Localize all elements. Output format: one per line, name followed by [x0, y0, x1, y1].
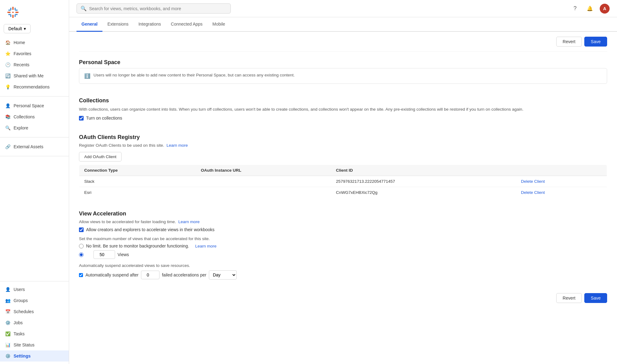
help-icon[interactable]: ?: [570, 4, 580, 14]
table-cell-delete: Delete Client: [516, 176, 607, 187]
sidebar-item-label: Users: [14, 287, 25, 292]
view-acceleration-section: View Acceleration Allow views to be acce…: [79, 206, 607, 280]
oauth-title: OAuth Clients Registry: [79, 129, 607, 141]
notification-icon[interactable]: 🔔: [585, 4, 595, 14]
content-area: Revert Save Personal Space ℹ️ Users will…: [69, 32, 617, 364]
topbar-icons: ? 🔔 A: [570, 4, 610, 14]
tab-integrations[interactable]: Integrations: [134, 17, 166, 32]
sidebar-divider-3: [0, 156, 69, 156]
svg-rect-7: [15, 14, 18, 15]
view-acceleration-title: View Acceleration: [79, 206, 607, 217]
jobs-icon: ⚙️: [5, 320, 10, 325]
oauth-desc-prefix: Register OAuth Clients to be used on thi…: [79, 143, 164, 148]
tab-general[interactable]: General: [77, 17, 102, 32]
collections-title: Collections: [79, 92, 607, 104]
add-oauth-client-button[interactable]: Add OAuth Client: [79, 152, 122, 162]
sidebar-item-label: Settings: [14, 354, 31, 358]
collections-icon: 📚: [5, 114, 10, 120]
sidebar-item-label: Recommendations: [14, 84, 50, 89]
tasks-icon: ✅: [5, 331, 10, 337]
radio-no-limit[interactable]: [79, 244, 84, 248]
sidebar-item-label: Schedules: [14, 309, 34, 314]
bottom-save-button[interactable]: Save: [584, 293, 607, 303]
radio-no-limit-label-prefix: No limit. Be sure to monitor backgrounde…: [86, 243, 189, 248]
sidebar-item-recents[interactable]: 🕐 Recents: [0, 59, 69, 70]
oauth-learn-more-link[interactable]: Learn more: [167, 143, 188, 148]
oauth-table: Connection Type OAuth Instance URL Clien…: [79, 165, 607, 198]
views-number-input[interactable]: 50: [93, 250, 115, 259]
radio-views[interactable]: [79, 252, 84, 257]
auto-suspend-checkbox[interactable]: [79, 273, 83, 277]
bottom-action-bar: Revert Save: [79, 288, 607, 305]
sidebar-item-label: Recents: [14, 62, 29, 67]
explore-icon: 🔍: [5, 125, 10, 131]
no-limit-learn-more-link[interactable]: Learn more: [195, 244, 217, 248]
sidebar-item-favorites[interactable]: ⭐ Favorites: [0, 48, 69, 59]
sidebar-item-shared-with-me[interactable]: 🔄 Shared with Me: [0, 70, 69, 81]
sidebar-item-label: Jobs: [14, 320, 23, 325]
sidebar-item-personal-space[interactable]: 👤 Personal Space: [0, 100, 69, 111]
sidebar-item-groups[interactable]: 👥 Groups: [0, 295, 69, 306]
suspend-period-select[interactable]: Hour Day Week: [209, 270, 237, 280]
search-bar[interactable]: 🔍: [77, 3, 231, 14]
top-revert-button[interactable]: Revert: [556, 37, 582, 47]
shared-icon: 🔄: [5, 73, 10, 79]
users-icon: 👤: [5, 287, 10, 292]
views-input-row: 50 Views: [93, 250, 129, 259]
sidebar-item-home[interactable]: 🏠 Home: [0, 37, 69, 48]
collections-checkbox-row: Turn on collections: [79, 116, 607, 121]
collections-checkbox[interactable]: [79, 116, 84, 121]
view-acceleration-learn-more-link[interactable]: Learn more: [178, 219, 200, 224]
personal-space-notice-text: Users will no longer be able to add new …: [93, 72, 295, 78]
sidebar-item-label: Explore: [14, 125, 28, 130]
site-dropdown[interactable]: Default ▾: [4, 24, 31, 33]
table-header-client-id: Client ID: [331, 165, 516, 176]
sidebar-item-users[interactable]: 👤 Users: [0, 284, 69, 295]
table-row: Slack 257976321713.2222054771457 Delete …: [79, 176, 607, 187]
sidebar-item-settings[interactable]: ⚙️ Settings: [0, 350, 69, 362]
bottom-revert-button[interactable]: Revert: [556, 293, 582, 303]
sidebar-item-label: Collections: [14, 114, 35, 119]
sidebar-item-explore[interactable]: 🔍 Explore: [0, 122, 69, 133]
view-acceleration-desc: Allow views to be accelerated for faster…: [79, 219, 607, 224]
suspend-value-input[interactable]: [141, 271, 159, 279]
top-save-button[interactable]: Save: [584, 37, 607, 47]
sidebar-main-nav: 🏠 Home ⭐ Favorites 🕐 Recents 🔄 Shared wi…: [0, 36, 69, 94]
avatar[interactable]: A: [600, 4, 610, 14]
sidebar-item-tasks[interactable]: ✅ Tasks: [0, 328, 69, 339]
auto-suspend-label: Automatically suspend accelerated views …: [79, 263, 607, 268]
svg-rect-10: [15, 10, 18, 11]
sidebar: Default ▾ 🏠 Home ⭐ Favorites 🕐 Recents 🔄…: [0, 0, 69, 364]
sidebar-item-jobs[interactable]: ⚙️ Jobs: [0, 317, 69, 328]
sidebar-bottom-nav: 👤 Users 👥 Groups 📅 Schedules ⚙️ Jobs ✅ T…: [0, 281, 69, 364]
allow-creators-checkbox[interactable]: [79, 227, 84, 232]
sidebar-item-collections[interactable]: 📚 Collections: [0, 111, 69, 122]
tab-mobile[interactable]: Mobile: [208, 17, 230, 32]
sidebar-item-site-status[interactable]: 📊 Site Status: [0, 339, 69, 350]
sidebar-logo: [0, 0, 69, 24]
delete-client-link-esri[interactable]: Delete Client: [521, 190, 545, 195]
delete-client-link-slack[interactable]: Delete Client: [521, 179, 545, 184]
personal-space-section: Personal Space ℹ️ Users will no longer b…: [79, 54, 607, 84]
sidebar-item-external-assets[interactable]: 🔗 External Assets: [0, 141, 69, 152]
search-input[interactable]: [89, 6, 227, 11]
table-cell-connection-type: Esri: [79, 187, 196, 198]
sidebar-admin-nav: 🔗 External Assets: [0, 140, 69, 153]
oauth-description: Register OAuth Clients to be used on thi…: [79, 143, 607, 148]
radio-no-limit-row: No limit. Be sure to monitor backgrounde…: [79, 243, 607, 248]
suspend-row: Automatically suspend after failed accel…: [79, 270, 607, 280]
sidebar-item-recommendations[interactable]: 💡 Recommendations: [0, 81, 69, 92]
tab-extensions[interactable]: Extensions: [102, 17, 133, 32]
sidebar-item-schedules[interactable]: 📅 Schedules: [0, 306, 69, 317]
table-header-connection-type: Connection Type: [79, 165, 196, 176]
suspend-prefix: Automatically suspend after: [85, 272, 139, 277]
sidebar-divider-2: [0, 137, 69, 137]
table-cell-connection-type: Slack: [79, 176, 196, 187]
clock-icon: 🕐: [5, 62, 10, 67]
radio-views-row: 50 Views: [79, 250, 607, 259]
settings-icon: ⚙️: [5, 353, 10, 359]
home-icon: 🏠: [5, 40, 10, 45]
chevron-down-icon: ▾: [24, 26, 26, 31]
main-content: 🔍 ? 🔔 A General Extensions Integrations …: [69, 0, 617, 364]
tab-connected-apps[interactable]: Connected Apps: [166, 17, 208, 32]
